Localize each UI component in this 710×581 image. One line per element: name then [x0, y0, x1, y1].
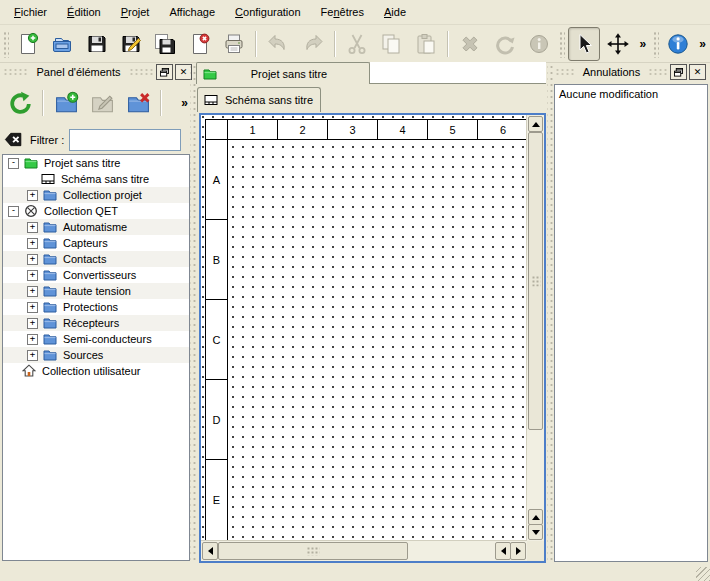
column-header-3: 3 — [328, 120, 378, 140]
tree-item-label: Schéma sans titre — [61, 173, 149, 185]
tree-item-schema-sans-titre[interactable]: Schéma sans titre — [3, 171, 189, 187]
collapse-icon[interactable]: - — [8, 158, 19, 169]
row-label-D: D — [206, 380, 228, 460]
open-folder-icon — [50, 32, 74, 56]
toolbar-drag-handle[interactable] — [652, 30, 659, 58]
expand-icon[interactable]: + — [27, 302, 38, 313]
menu-fenetres[interactable]: Fenêtres — [311, 2, 374, 22]
folder-blue-icon — [43, 188, 58, 202]
dock-texture — [648, 68, 668, 76]
about-qet-button[interactable] — [662, 27, 694, 61]
expand-icon[interactable]: + — [27, 350, 38, 361]
clear-filter-icon[interactable] — [4, 131, 24, 149]
filter-input[interactable] — [69, 129, 181, 151]
reload-collections-button[interactable] — [4, 87, 36, 119]
menu-projet[interactable]: Projet — [111, 2, 160, 22]
scroll-left-button[interactable] — [202, 542, 218, 560]
tree-item-recepteurs[interactable]: +Récepteurs — [3, 315, 189, 331]
float-panel-button[interactable] — [156, 64, 173, 80]
home-icon — [22, 364, 37, 378]
horizontal-scroll-thumb[interactable] — [218, 542, 408, 560]
vertical-scroll-thumb[interactable] — [528, 132, 543, 430]
save-icon — [85, 32, 109, 56]
rotate-icon — [493, 32, 517, 56]
scroll-down-button[interactable] — [528, 524, 543, 540]
folder-blue-icon — [43, 220, 58, 234]
toolbar-overflow-2-chevron-icon[interactable]: » — [695, 37, 710, 51]
undo-list-item[interactable]: Aucune modification — [555, 85, 707, 103]
cut-icon — [345, 32, 369, 56]
tree-item-collection-projet[interactable]: +Collection projet — [3, 187, 189, 203]
dock-texture — [555, 68, 575, 76]
close-file-button[interactable] — [184, 27, 216, 61]
toolbar-separator — [447, 31, 449, 57]
expand-icon[interactable]: + — [27, 190, 38, 201]
schema-canvas[interactable]: 123456ABCDE — [201, 115, 527, 541]
right-splitter-handle[interactable] — [547, 62, 553, 560]
horizontal-scrollbar[interactable] — [201, 540, 527, 561]
toolbar-separator — [160, 90, 162, 116]
left-splitter-handle[interactable] — [190, 62, 196, 560]
scroll-up-button-2[interactable] — [528, 509, 543, 525]
menu-bar: FichierÉditionProjetAffichageConfigurati… — [0, 0, 710, 25]
toolbar-drag-handle[interactable] — [558, 30, 565, 58]
new-document-button[interactable] — [12, 27, 44, 61]
open-project-button[interactable] — [46, 27, 78, 61]
save-button[interactable] — [80, 27, 112, 61]
menu-aide[interactable]: Aide — [374, 2, 416, 22]
tree-item-projet-sans-titre[interactable]: -Projet sans titre — [3, 155, 189, 171]
schema-view: 123456ABCDE — [199, 113, 546, 563]
new-category-button[interactable] — [50, 87, 82, 119]
float-undo-panel-button[interactable] — [670, 64, 687, 80]
undo-panel-header: Annulations ✕ — [555, 63, 706, 81]
folder-new-icon — [54, 91, 79, 116]
tree-item-automatisme[interactable]: +Automatisme — [3, 219, 189, 235]
tree-item-collection-utilisateur[interactable]: Collection utilisateur — [3, 363, 189, 379]
save-as-button[interactable] — [115, 27, 147, 61]
tree-item-contacts[interactable]: +Contacts — [3, 251, 189, 267]
expand-icon[interactable]: + — [27, 286, 38, 297]
cursor-arrow-icon — [572, 32, 596, 56]
expand-icon[interactable]: + — [27, 222, 38, 233]
tab-schema[interactable]: Schéma sans titre — [197, 87, 321, 112]
expand-icon[interactable]: + — [27, 318, 38, 329]
scroll-right-button[interactable] — [510, 542, 526, 560]
expand-icon[interactable]: + — [27, 238, 38, 249]
menu-fichier[interactable]: Fichier — [4, 2, 57, 22]
pan-mode-button[interactable] — [602, 27, 634, 61]
print-button[interactable] — [218, 27, 250, 61]
vertical-scrollbar[interactable] — [526, 115, 544, 541]
scroll-left-button-2[interactable] — [495, 542, 511, 560]
expand-icon[interactable]: + — [27, 270, 38, 281]
toolbar-drag-handle[interactable] — [2, 30, 9, 58]
menu-configuration[interactable]: Configuration — [225, 2, 310, 22]
close-undo-panel-button[interactable]: ✕ — [689, 64, 706, 80]
tree-item-convertisseurs[interactable]: +Convertisseurs — [3, 267, 189, 283]
tab-project[interactable]: Projet sans titre — [196, 62, 370, 84]
row-label-C: C — [206, 300, 228, 380]
tree-item-semi-conducteurs[interactable]: +Semi-conducteurs — [3, 331, 189, 347]
delete-category-button[interactable] — [122, 87, 154, 119]
tree-item-collection-qet[interactable]: -Collection QET — [3, 203, 189, 219]
new-doc-icon — [16, 32, 40, 56]
menu-affichage[interactable]: Affichage — [159, 2, 225, 22]
schema-tab-bar: Schéma sans titre — [197, 87, 546, 113]
menu-edition[interactable]: Édition — [57, 2, 111, 22]
folder-blue-icon — [43, 316, 58, 330]
info-gray-icon — [527, 32, 551, 56]
tree-item-label: Collection projet — [63, 189, 142, 201]
delete-button — [454, 27, 486, 61]
select-mode-button[interactable] — [568, 27, 600, 61]
filter-label: Filtrer : — [30, 134, 64, 146]
expand-icon[interactable]: + — [27, 334, 38, 345]
toolbar-overflow-1-chevron-icon[interactable]: » — [636, 37, 651, 51]
expand-icon[interactable]: + — [27, 254, 38, 265]
scroll-up-button[interactable] — [528, 116, 543, 132]
window-resize-grip[interactable] — [696, 567, 710, 581]
tree-item-capteurs[interactable]: +Capteurs — [3, 235, 189, 251]
tree-item-haute-tension[interactable]: +Haute tension — [3, 283, 189, 299]
tree-item-protections[interactable]: +Protections — [3, 299, 189, 315]
tree-item-sources[interactable]: +Sources — [3, 347, 189, 363]
save-all-button[interactable] — [149, 27, 181, 61]
collapse-icon[interactable]: - — [8, 206, 19, 217]
